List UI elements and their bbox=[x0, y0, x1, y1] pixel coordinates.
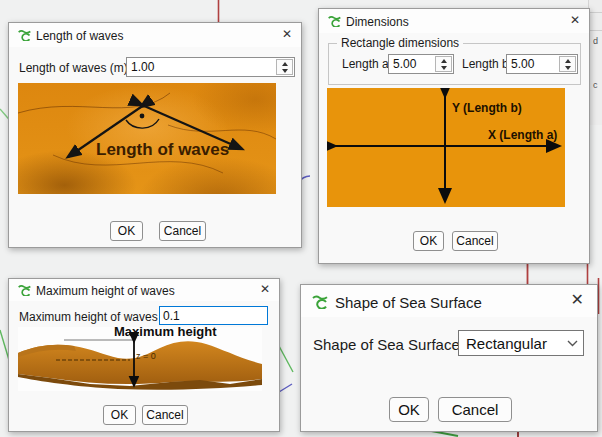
ok-button[interactable]: OK bbox=[103, 405, 136, 425]
app-logo-icon bbox=[17, 284, 32, 296]
wave-length-arrows bbox=[18, 83, 276, 194]
length-b-spinbox[interactable]: 5.00 bbox=[506, 54, 578, 74]
dialog-shape-of-sea-surface: Shape of Sea Surface ✕ Shape of Sea Surf… bbox=[300, 284, 598, 432]
max-height-input[interactable]: 0.1 bbox=[159, 306, 268, 325]
x-axis-label: X (Length a) bbox=[488, 128, 557, 142]
app-logo-icon bbox=[311, 294, 329, 309]
titlebar[interactable]: Length of waves ✕ bbox=[9, 23, 301, 47]
dialog-max-height-of-waves: Maximum height of waves ✕ Maximum height… bbox=[8, 278, 280, 432]
length-a-label: Length a bbox=[342, 57, 389, 71]
cancel-button[interactable]: Cancel bbox=[452, 231, 498, 251]
group-label: Rectangle dimensions bbox=[337, 36, 463, 50]
ok-button[interactable]: OK bbox=[110, 221, 143, 241]
rectangle-dimensions-group: Rectangle dimensions Length a 5.00 Lengt… bbox=[328, 43, 581, 85]
close-icon[interactable]: ✕ bbox=[260, 283, 270, 295]
combobox-value[interactable]: Rectangular bbox=[459, 335, 561, 352]
close-icon[interactable]: ✕ bbox=[570, 14, 580, 26]
spin-up-icon[interactable] bbox=[560, 57, 575, 64]
titlebar[interactable]: Shape of Sea Surface ✕ bbox=[301, 285, 597, 317]
spin-down-icon[interactable] bbox=[436, 64, 451, 71]
close-icon[interactable]: ✕ bbox=[282, 28, 292, 40]
wave-length-illustration: Length of waves bbox=[18, 83, 276, 194]
chevron-down-icon[interactable] bbox=[561, 340, 583, 347]
length-of-waves-spinbox[interactable]: 1.00 bbox=[126, 57, 295, 77]
titlebar[interactable]: Maximum height of waves ✕ bbox=[9, 279, 279, 301]
clipped-window-fragment: d c bbox=[588, 0, 602, 125]
spinner-buttons[interactable] bbox=[559, 56, 576, 72]
y-axis-label: Y (Length b) bbox=[452, 101, 522, 115]
cancel-button[interactable]: Cancel bbox=[438, 397, 512, 422]
cancel-button[interactable]: Cancel bbox=[159, 221, 206, 241]
dialog-title: Maximum height of waves bbox=[36, 284, 175, 298]
titlebar[interactable]: Dimensions ✕ bbox=[319, 9, 589, 33]
app-logo-icon bbox=[327, 15, 342, 27]
cancel-button[interactable]: Cancel bbox=[142, 405, 188, 425]
spinner-buttons[interactable] bbox=[435, 56, 452, 72]
app-logo-icon bbox=[17, 29, 32, 41]
spinbox-value[interactable]: 5.00 bbox=[507, 57, 558, 71]
dialog-length-of-waves: Length of waves ✕ Length of waves (m): 1… bbox=[8, 22, 302, 248]
spin-down-icon[interactable] bbox=[560, 64, 575, 71]
spin-up-icon[interactable] bbox=[436, 57, 451, 64]
shape-label: Shape of Sea Surface: bbox=[313, 336, 464, 353]
z-zero-label: z = 0 bbox=[136, 351, 156, 361]
close-icon[interactable]: ✕ bbox=[571, 292, 584, 308]
ok-button[interactable]: OK bbox=[413, 231, 444, 251]
spinner-buttons[interactable] bbox=[276, 59, 293, 75]
max-height-label: Maximum height of waves (m): bbox=[19, 310, 182, 324]
max-height-caption: Maximum height bbox=[114, 327, 217, 339]
wave-height-illustration: Maximum height z = 0 bbox=[18, 327, 262, 391]
axes-diagram bbox=[327, 88, 565, 207]
spin-down-icon[interactable] bbox=[277, 67, 292, 74]
shape-combobox[interactable]: Rectangular bbox=[458, 330, 584, 356]
viewport-background: d c Length of waves ✕ Length of waves (m… bbox=[0, 0, 602, 437]
spin-up-icon[interactable] bbox=[277, 60, 292, 67]
ok-button[interactable]: OK bbox=[389, 397, 429, 422]
dialog-title: Shape of Sea Surface bbox=[335, 294, 482, 311]
wave-length-caption: Length of waves bbox=[96, 140, 229, 160]
spinbox-value[interactable]: 5.00 bbox=[389, 57, 434, 71]
textbox-value[interactable]: 0.1 bbox=[163, 309, 180, 323]
dialog-title: Length of waves bbox=[36, 29, 123, 43]
dialog-dimensions: Dimensions ✕ Rectangle dimensions Length… bbox=[318, 8, 590, 264]
dialog-title: Dimensions bbox=[346, 15, 409, 29]
length-a-spinbox[interactable]: 5.00 bbox=[388, 54, 454, 74]
edge-text-fragment: d bbox=[593, 36, 598, 46]
length-of-waves-label: Length of waves (m): bbox=[19, 61, 131, 75]
rectangle-illustration: Y (Length b) X (Length a) bbox=[327, 88, 565, 207]
length-b-label: Length b bbox=[462, 57, 509, 71]
spinbox-value[interactable]: 1.00 bbox=[127, 60, 275, 74]
edge-text-fragment: c bbox=[593, 80, 598, 90]
